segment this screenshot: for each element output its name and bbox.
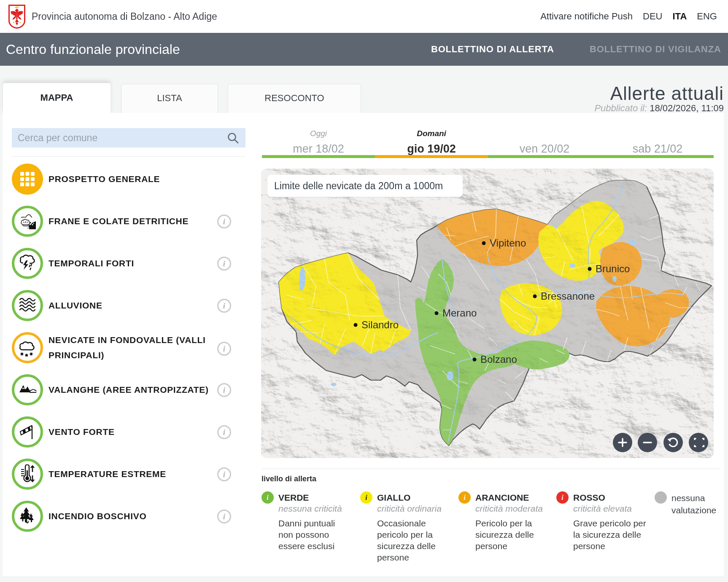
svg-text:Brunico: Brunico — [596, 263, 630, 274]
svg-text:Bolzano: Bolzano — [480, 354, 517, 365]
svg-text:Bressanone: Bressanone — [541, 290, 595, 302]
svg-text:Merano: Merano — [442, 307, 477, 319]
svg-text:Vipiteno: Vipiteno — [490, 237, 526, 249]
svg-text:Silandro: Silandro — [361, 319, 399, 330]
